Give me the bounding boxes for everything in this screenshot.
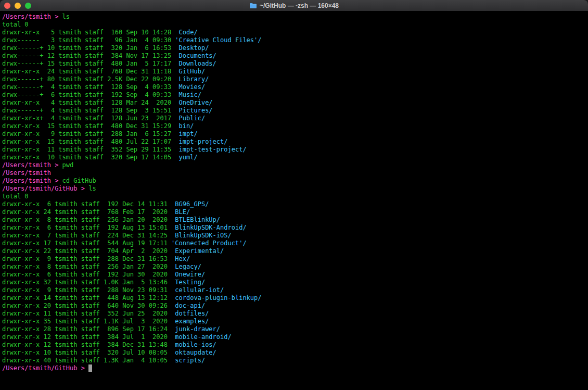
directory-name: Desktop/: [179, 44, 209, 52]
shell-prompt: /Users/tsmith >: [2, 177, 62, 184]
output-text: drwxr-xr-x 8 tsmith staff 256 Jan 27 202…: [2, 263, 175, 270]
terminal-line: drwxr-xr-x 15 tsmith staff 480 Jul 22 17…: [2, 138, 588, 146]
directory-name: Downloads/: [179, 60, 216, 67]
directory-name: scripts/: [175, 357, 205, 364]
output-text: total 0: [2, 193, 29, 200]
terminal-line: drwxr-xr-x 10 tsmith staff 320 Jul 10 08…: [2, 349, 588, 357]
terminal-line: drwxr-xr-x 6 tsmith staff 192 Aug 13 15:…: [2, 224, 588, 232]
directory-name: Onewire/: [175, 271, 205, 278]
shell-command: ls: [88, 185, 96, 192]
output-text: drwxr-xr-x 6 tsmith staff 192 Dec 14 11:…: [2, 200, 175, 208]
output-text: drwxr-xr-x 11 tsmith staff 352 Jun 25 20…: [2, 310, 175, 317]
output-text: drwxr-xr-x 9 tsmith staff 288 Dec 31 16:…: [2, 255, 175, 262]
directory-name: mobile-android/: [175, 333, 231, 341]
output-text: drwxr-xr-x 20 tsmith staff 640 Nov 30 09…: [2, 302, 175, 309]
window-title-text: ~/GitHub — -zsh — 160×48: [260, 2, 339, 9]
folder-icon: [249, 3, 257, 9]
output-text: drwxr-xr-x 24 tsmith staff 768 Dec 31 11…: [2, 68, 179, 75]
directory-name: yuml/: [179, 154, 198, 161]
zoom-button[interactable]: [25, 3, 31, 9]
terminal-line: drwx------ 3 tsmith staff 96 Jan 4 09:30…: [2, 36, 588, 44]
directory-name: Experimental/: [175, 247, 224, 255]
directory-name: BlinkUpSDK-iOS/: [175, 232, 231, 239]
shell-command: ls: [62, 13, 70, 20]
terminal-line: drwxr-xr-x 6 tsmith staff 192 Jun 30 202…: [2, 271, 588, 279]
terminal-line: drwxr-xr-x 15 tsmith staff 480 Dec 31 15…: [2, 122, 588, 130]
terminal-line: drwxr-xr-x 28 tsmith staff 896 Sep 17 16…: [2, 325, 588, 333]
directory-name: Public/: [179, 115, 206, 122]
output-text: drwx------+ 80 tsmith staff 2.5K Dec 22 …: [2, 76, 179, 83]
output-text: drwx------+ 12 tsmith staff 384 Nov 17 1…: [2, 52, 179, 59]
directory-name: dotfiles/: [175, 310, 209, 317]
terminal-line: /Users/tsmith/GitHub > ls: [2, 185, 588, 193]
terminal-line: drwx------+ 15 tsmith staff 480 Jan 5 17…: [2, 60, 588, 68]
directory-name: cordova-plugin-blinkup/: [175, 294, 261, 301]
directory-name: cellular-iot/: [175, 286, 224, 294]
output-text: drwxr-xr-x 22 tsmith staff 704 Apr 2 202…: [2, 247, 175, 255]
directory-name: mobile-ios/: [175, 341, 216, 348]
terminal-line: drwx------+ 10 tsmith staff 320 Jan 6 16…: [2, 44, 588, 52]
output-text: drwxr-xr-x 10 tsmith staff 320 Sep 17 14…: [2, 154, 179, 161]
directory-name: Documents/: [179, 52, 216, 59]
traffic-lights: [4, 0, 31, 11]
directory-name: oktaupdate/: [175, 349, 216, 356]
directory-name: BlinkUpSDK-Android/: [175, 224, 246, 231]
terminal-line: drwxr-xr-x 14 tsmith staff 448 Aug 13 12…: [2, 294, 588, 302]
terminal-line: /Users/tsmith > ls: [2, 13, 588, 21]
output-text: drwxr-xr-x 5 tsmith staff 160 Sep 10 14:…: [2, 29, 179, 36]
output-text: drwxr-xr-x 11 tsmith staff 352 Sep 29 11…: [2, 146, 179, 153]
output-text: drwx------ 3 tsmith staff 96 Jan 4 09:30: [2, 36, 175, 44]
shell-prompt: /Users/tsmith >: [2, 13, 62, 20]
output-text: drwxr-xr-x 6 tsmith staff 192 Aug 13 15:…: [2, 224, 175, 231]
terminal-line: drwx------+ 4 tsmith staff 128 Sep 4 09:…: [2, 83, 588, 91]
terminal-line: total 0: [2, 193, 588, 200]
output-text: drwxr-xr-x+ 4 tsmith staff 128 Jun 23 20…: [2, 115, 179, 122]
directory-name: BG96_GPS/: [175, 200, 209, 208]
directory-name: BTLEBlinkUp/: [175, 216, 220, 223]
terminal-line: drwxr-xr-x 10 tsmith staff 320 Sep 17 14…: [2, 154, 588, 161]
output-text: drwx------+ 4 tsmith staff 128 Sep 4 09:…: [2, 83, 179, 91]
terminal-line: drwxr-xr-x 35 tsmith staff 1.1K Jul 3 20…: [2, 318, 588, 325]
directory-name: bin/: [179, 122, 194, 130]
directory-name: Legacy/: [175, 263, 201, 270]
output-text: drwxr-xr-x 8 tsmith staff 256 Jan 20 202…: [2, 216, 175, 223]
terminal-line: drwxr-xr-x 7 tsmith staff 224 Dec 31 14:…: [2, 232, 588, 240]
shell-prompt: /Users/tsmith/GitHub >: [2, 185, 88, 192]
directory-name: junk-drawer/: [175, 325, 220, 333]
terminal-line: drwxr-xr-x 24 tsmith staff 768 Feb 17 20…: [2, 208, 588, 216]
directory-name: doc-api/: [175, 302, 205, 309]
output-text: drwxr-xr-x 6 tsmith staff 192 Jun 30 202…: [2, 271, 175, 278]
directory-name: Hex/: [175, 255, 190, 262]
terminal-line: drwxr-xr-x 24 tsmith staff 768 Dec 31 11…: [2, 68, 588, 76]
shell-prompt: /Users/tsmith >: [2, 161, 62, 169]
directory-name: examples/: [175, 318, 209, 325]
terminal-line: drwxr-xr-x 17 tsmith staff 544 Aug 19 17…: [2, 240, 588, 247]
minimize-button[interactable]: [15, 3, 21, 9]
output-text: drwxr-xr-x 9 tsmith staff 288 Jan 6 15:2…: [2, 130, 179, 137]
output-text: drwx------+ 15 tsmith staff 480 Jan 5 17…: [2, 60, 179, 67]
terminal-line: drwxr-xr-x 9 tsmith staff 288 Nov 23 09:…: [2, 286, 588, 294]
terminal-output[interactable]: /Users/tsmith > lstotal 0drwxr-xr-x 5 ts…: [0, 11, 588, 390]
directory-name: GitHub/: [179, 68, 206, 75]
output-text: drwxr-xr-x 15 tsmith staff 480 Dec 31 15…: [2, 122, 179, 130]
directory-name: Code/: [179, 29, 198, 36]
shell-prompt: /Users/tsmith/GitHub >: [2, 364, 88, 372]
shell-command: cd GitHub: [62, 177, 96, 184]
close-button[interactable]: [4, 3, 10, 9]
output-text: drwxr-xr-x 7 tsmith staff 224 Dec 31 14:…: [2, 232, 175, 239]
terminal-line: drwxr-xr-x+ 4 tsmith staff 128 Jun 23 20…: [2, 115, 588, 122]
output-text: drwxr-xr-x 35 tsmith staff 1.1K Jul 3 20…: [2, 318, 175, 325]
output-text: drwxr-xr-x 15 tsmith staff 480 Jul 22 17…: [2, 138, 179, 145]
directory-name: Music/: [179, 91, 201, 98]
terminal-line: drwxr-xr-x 22 tsmith staff 704 Apr 2 202…: [2, 247, 588, 255]
directory-name: impt-test-project/: [179, 146, 247, 153]
terminal-line: drwx------+ 4 tsmith staff 128 Sep 3 15:…: [2, 107, 588, 115]
output-text: drwxr-xr-x 32 tsmith staff 1.0K Jan 5 13…: [2, 279, 175, 286]
titlebar[interactable]: ~/GitHub — -zsh — 160×48: [0, 0, 588, 11]
terminal-line: /Users/tsmith > cd GitHub: [2, 177, 588, 185]
output-text: drwxr-xr-x 40 tsmith staff 1.3K Jan 4 10…: [2, 357, 175, 364]
terminal-line: drwxr-xr-x 11 tsmith staff 352 Jun 25 20…: [2, 310, 588, 318]
terminal-line: drwxr-xr-x 5 tsmith staff 160 Sep 10 14:…: [2, 29, 588, 36]
terminal-line: drwxr-xr-x 8 tsmith staff 256 Jan 20 202…: [2, 216, 588, 224]
terminal-line: /Users/tsmith > pwd: [2, 161, 588, 169]
